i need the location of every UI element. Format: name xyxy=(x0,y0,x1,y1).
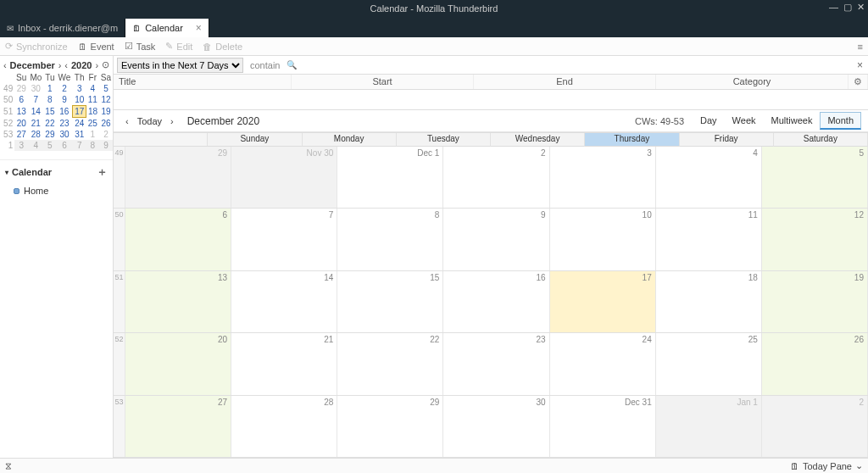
day-cell[interactable]: 5 xyxy=(762,147,868,208)
minical-day[interactable]: 15 xyxy=(43,106,56,118)
add-calendar-icon[interactable]: ＋ xyxy=(97,164,108,180)
edit-button[interactable]: ✎Edit xyxy=(165,41,192,52)
tab-inbox[interactable]: ✉ Inbox - derrik.diener@m xyxy=(0,19,125,37)
day-cell[interactable]: 6 xyxy=(125,209,231,270)
minical-day[interactable]: 3 xyxy=(73,83,86,94)
minical-day[interactable]: 2 xyxy=(56,83,72,94)
prev-period-icon[interactable]: ‹ xyxy=(120,116,134,126)
day-cell[interactable]: 7 xyxy=(231,209,337,270)
minical-month[interactable]: December xyxy=(10,60,55,70)
day-cell[interactable]: 18 xyxy=(656,271,762,332)
minical-day[interactable]: 26 xyxy=(99,118,113,130)
minical-day[interactable]: 13 xyxy=(14,106,28,118)
day-cell[interactable]: Dec 31 xyxy=(550,396,656,457)
minical-year[interactable]: 2020 xyxy=(71,60,92,70)
day-cell[interactable]: 17 xyxy=(550,271,656,332)
minimize-icon[interactable]: — xyxy=(829,2,838,13)
minical-day[interactable]: 14 xyxy=(28,106,43,118)
minical-day[interactable]: 22 xyxy=(43,118,56,130)
day-cell[interactable]: 3 xyxy=(550,147,656,208)
minical-day[interactable]: 7 xyxy=(28,94,43,106)
maximize-icon[interactable]: ▢ xyxy=(843,2,852,13)
day-cell[interactable]: 30 xyxy=(443,396,549,457)
prev-month-icon[interactable]: ‹ xyxy=(3,60,7,70)
minical-day[interactable]: 5 xyxy=(43,140,56,151)
minical-day[interactable]: 24 xyxy=(73,118,86,130)
minical-day[interactable]: 19 xyxy=(99,106,113,118)
day-cell[interactable]: 29 xyxy=(125,147,231,208)
day-cell[interactable]: 16 xyxy=(443,271,549,332)
minical-day[interactable]: 23 xyxy=(56,118,72,130)
minical-day[interactable]: 4 xyxy=(28,140,43,151)
view-day[interactable]: Day xyxy=(693,112,725,130)
day-cell[interactable]: 29 xyxy=(337,396,443,457)
close-filter-icon[interactable]: × xyxy=(857,59,863,71)
day-cell[interactable]: 10 xyxy=(550,209,656,270)
minical-day[interactable]: 9 xyxy=(99,140,113,151)
minical-day[interactable]: 31 xyxy=(73,129,86,140)
day-cell[interactable]: 22 xyxy=(337,333,443,394)
minical-day[interactable]: 25 xyxy=(86,118,99,130)
minical-day[interactable]: 20 xyxy=(14,118,28,130)
minical-day[interactable]: 18 xyxy=(86,106,99,118)
search-icon[interactable]: 🔍 xyxy=(287,60,297,70)
day-cell[interactable]: 9 xyxy=(443,209,549,270)
minical-day[interactable]: 30 xyxy=(28,83,43,94)
delete-button[interactable]: 🗑Delete xyxy=(203,42,242,52)
calendar-item-home[interactable]: Home xyxy=(0,184,113,198)
task-button[interactable]: ☑Task xyxy=(125,41,156,52)
minical-day[interactable]: 21 xyxy=(28,118,43,130)
minical-day[interactable]: 6 xyxy=(14,94,28,106)
col-category[interactable]: Category xyxy=(656,75,849,89)
prev-year-icon[interactable]: ‹ xyxy=(64,60,68,70)
next-year-icon[interactable]: › xyxy=(95,60,98,70)
minical-day[interactable]: 4 xyxy=(86,83,99,94)
minical-day[interactable]: 12 xyxy=(99,94,113,106)
minical-day[interactable]: 30 xyxy=(56,129,72,140)
minical-day[interactable]: 11 xyxy=(86,94,99,106)
day-cell[interactable]: 25 xyxy=(656,333,762,394)
day-cell[interactable]: 24 xyxy=(550,333,656,394)
day-cell[interactable]: 13 xyxy=(125,271,231,332)
minical-day[interactable]: 29 xyxy=(14,83,28,94)
tab-close-icon[interactable]: × xyxy=(196,22,202,34)
day-cell[interactable]: 15 xyxy=(337,271,443,332)
day-cell[interactable]: 20 xyxy=(125,333,231,394)
day-cell[interactable]: 27 xyxy=(125,396,231,457)
day-cell[interactable]: Dec 1 xyxy=(337,147,443,208)
minical-day[interactable]: 17 xyxy=(73,106,86,118)
goto-today-icon[interactable]: ⊙ xyxy=(102,59,109,70)
event-filter-select[interactable]: Events in the Next 7 Days xyxy=(117,58,243,73)
col-title[interactable]: Title xyxy=(114,75,292,89)
close-icon[interactable]: ✕ xyxy=(857,2,865,13)
col-end[interactable]: End xyxy=(474,75,656,89)
minical-day[interactable]: 8 xyxy=(43,94,56,106)
day-cell[interactable]: 11 xyxy=(656,209,762,270)
today-pane-toggle[interactable]: 🗓 Today Pane ⌄ xyxy=(790,460,863,471)
next-period-icon[interactable]: › xyxy=(165,116,179,126)
minical-day[interactable]: 1 xyxy=(86,129,99,140)
day-cell[interactable]: Jan 1 xyxy=(656,396,762,457)
day-cell[interactable]: 21 xyxy=(231,333,337,394)
minical-day[interactable]: 6 xyxy=(56,140,72,151)
tab-calendar[interactable]: 🗓 Calendar × xyxy=(125,19,209,37)
day-cell[interactable]: Nov 30 xyxy=(231,147,337,208)
col-start[interactable]: Start xyxy=(292,75,474,89)
minical-day[interactable]: 5 xyxy=(99,83,113,94)
minical-day[interactable]: 28 xyxy=(28,129,43,140)
minical-day[interactable]: 9 xyxy=(56,94,72,106)
minical-day[interactable]: 16 xyxy=(56,106,72,118)
minical-day[interactable]: 29 xyxy=(43,129,56,140)
day-cell[interactable]: 23 xyxy=(443,333,549,394)
event-button[interactable]: 🗓Event xyxy=(78,42,114,52)
minical-day[interactable]: 7 xyxy=(73,140,86,151)
today-link[interactable]: Today xyxy=(137,116,162,126)
chevron-down-icon[interactable]: ▾ xyxy=(5,169,8,176)
view-month[interactable]: Month xyxy=(820,112,861,130)
hamburger-menu-icon[interactable]: ≡ xyxy=(858,42,863,52)
day-cell[interactable]: 8 xyxy=(337,209,443,270)
view-week[interactable]: Week xyxy=(725,112,764,130)
day-cell[interactable]: 2 xyxy=(762,396,868,457)
day-cell[interactable]: 2 xyxy=(443,147,549,208)
day-cell[interactable]: 14 xyxy=(231,271,337,332)
